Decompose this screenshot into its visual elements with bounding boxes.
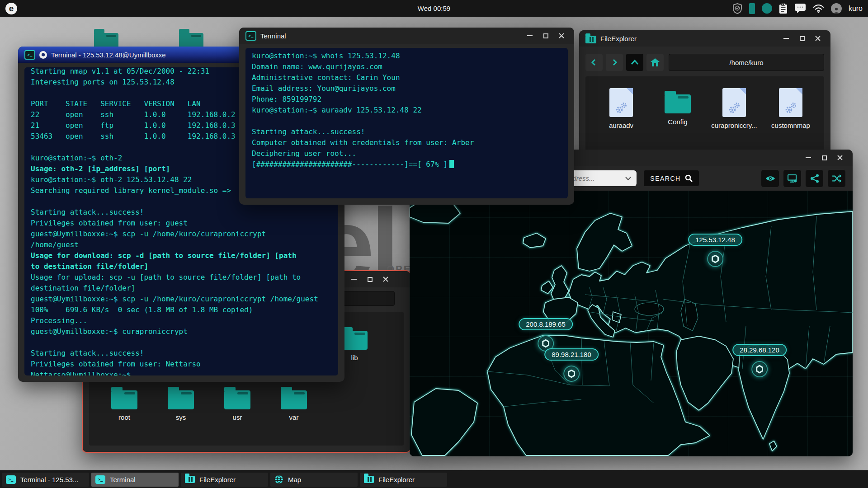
close-button[interactable] [834,152,846,163]
search-button[interactable]: SEARCH [644,170,699,186]
folder-icon [281,390,307,409]
taskbar-item[interactable]: Map [270,473,358,487]
gears-glyph [783,102,798,114]
file-item[interactable]: curaproniccry... [709,88,759,129]
terminal-output[interactable]: kuro@station:~$ whois 125.53.12.48Domain… [245,48,568,198]
up-button[interactable] [626,54,643,71]
taskbar-item-label: FileExplorer [378,476,415,483]
clipboard-icon[interactable] [779,3,788,14]
folder-icon [665,94,691,113]
search-icon [685,174,693,182]
terminal-line: guest@Uymillboxxe:~$ scp -u /home/kuro/c… [31,230,332,240]
terminal-line: Starting attack...success! [31,208,332,219]
terminal-line: Usage for download: scp -d [path to sour… [31,251,332,262]
folder-item[interactable]: var [271,384,316,421]
close-button[interactable] [811,33,824,44]
chevron-down-icon [625,177,631,180]
folder-label: lib [351,354,358,361]
folder-item[interactable]: root [102,384,147,421]
remote-access-button[interactable] [783,170,801,187]
taskbar-item[interactable]: FileExplorer [360,473,447,487]
terminal-line: Privileges obtained from user: Nettarso [31,360,332,371]
taskbar-item[interactable]: FileExplorer [181,473,268,487]
terminal-line: guest@Uymillboxxe:~$ curaproniccrypt [31,327,332,338]
shield-check-icon[interactable] [732,3,742,14]
ip-text: 28.29.68.120 [740,346,779,354]
forward-button[interactable] [606,54,623,71]
shuffle-button[interactable] [828,170,845,187]
gears-glyph [727,102,741,114]
file-label: customnmap [771,122,810,129]
maximize-button[interactable] [363,274,376,285]
share-button[interactable] [806,170,823,187]
terminal-line: /home/guest [31,240,332,251]
user-avatar-icon[interactable] [831,3,842,14]
folder-label: var [289,413,299,421]
file-label: Config [668,118,687,126]
minimize-button[interactable] [524,30,536,41]
world-map[interactable]: 125.53.12.48 200.8.189.65 89.98.21.180 [410,191,853,456]
chevron-left-icon [590,59,598,66]
close-button[interactable] [379,274,392,285]
terminal-line: guest@Uymillboxxe:~$ scp -u /home/kuro/c… [31,295,332,305]
folder-label: usr [233,413,242,421]
terminal-line: Starting attack...success! [31,349,332,360]
minimize-button[interactable] [348,274,360,285]
network-node-icon[interactable] [563,366,580,382]
folder-item[interactable]: sys [158,384,203,421]
terminal-icon: >_ [6,475,16,484]
status-circle-icon[interactable] [762,3,772,14]
terminal-line: 100% 699.6 KB/s 0 sec (1.8 MB of 1.8 MB … [31,305,332,316]
file-item[interactable]: Config [653,88,703,126]
network-node-icon[interactable] [707,251,723,267]
taskbar-item[interactable]: >_ Terminal [91,473,179,487]
terminal-front-titlebar[interactable]: >_ Terminal [239,28,574,44]
terminal-line: destination file/folder] [31,284,332,295]
taskbar: >_ Terminal - 125.53... >_ Terminal [0,470,868,488]
maximize-button[interactable] [818,152,830,163]
file-item[interactable]: customnmap [766,88,816,129]
taskbar-items: >_ Terminal - 125.53... >_ Terminal [2,473,447,487]
ip-text: 200.8.189.65 [526,320,566,328]
shuffle-icon [832,174,842,183]
terminal-icon: >_ [95,475,105,484]
ip-label[interactable]: 89.98.21.180 [544,348,599,361]
maximize-button[interactable] [796,33,808,44]
home-button[interactable] [646,54,664,71]
taskbar-item[interactable]: >_ Terminal - 125.53... [2,473,89,487]
taskbar-item-label: Terminal - 125.53... [20,476,78,483]
wifi-icon[interactable] [813,4,824,13]
ip-label[interactable]: 125.53.12.48 [688,234,742,246]
network-node-icon[interactable] [751,361,768,377]
explorer-titlebar[interactable]: FileExplorer [579,30,830,47]
file-label: auraadv [609,122,633,129]
chat-icon[interactable] [794,3,806,14]
window-title: Terminal - 125.53.12.48@Uymillboxxe [51,51,166,59]
desktop: el OPER lib root [0,0,868,488]
back-button[interactable] [585,54,603,71]
folder-item[interactable]: usr [215,384,260,421]
maximize-button[interactable] [539,30,552,41]
terminal-line [252,117,561,127]
ip-text: 125.53.12.48 [695,236,735,244]
home-icon [651,58,660,66]
progress-line: [######################------------]==[ … [252,160,561,171]
folder-label: sys [176,413,186,421]
minimize-button[interactable] [802,152,815,163]
minimize-button[interactable] [780,33,793,44]
visibility-button[interactable] [761,170,779,187]
folder-icon [341,331,368,350]
ip-label[interactable]: 200.8.189.65 [519,318,573,330]
map-node: 200.8.189.65 [519,318,573,352]
map-node: 125.53.12.48 [688,234,742,267]
terminal-icon: >_ [24,50,35,60]
close-button[interactable] [555,30,568,41]
address-bar[interactable]: /home/kuro [669,54,824,71]
file-item[interactable]: auraadv [596,88,646,129]
username: kuro [849,5,863,13]
folder-icon [224,390,250,409]
ip-label[interactable]: 28.29.68.120 [732,344,787,356]
status-rect-icon[interactable] [749,3,755,14]
folder-icon [168,390,194,409]
monitor-key-icon [788,174,797,183]
